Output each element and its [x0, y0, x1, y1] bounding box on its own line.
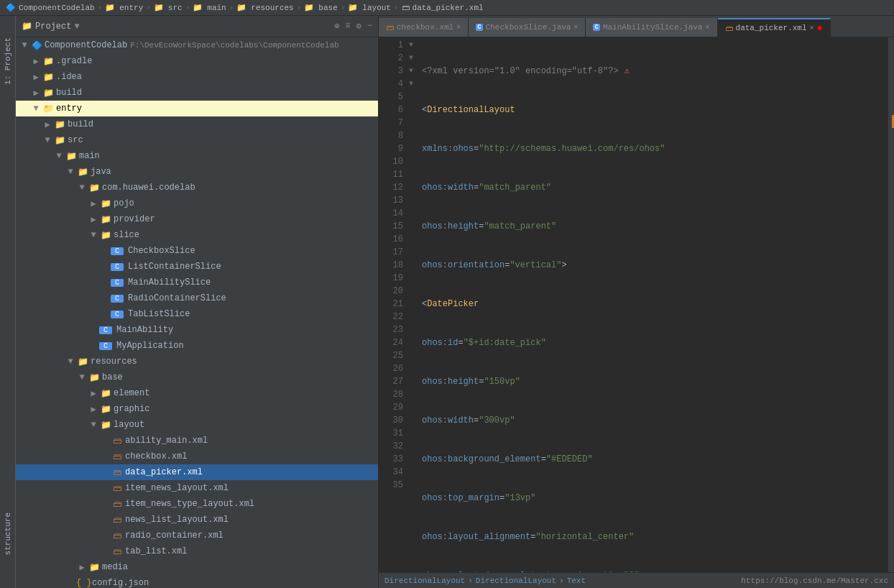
code-line-2: <DirectionalLayout [419, 104, 888, 116]
project-tab[interactable]: 1: Project [2, 33, 14, 89]
sidebar-title: 📁 Project ▼ [22, 21, 80, 32]
breadcrumb-item: layout [362, 4, 391, 12]
xml-icon: 🗃 [111, 451, 124, 462]
java-icon: C [99, 342, 112, 350]
java-icon: C [111, 263, 124, 271]
tab-mainabilityslice[interactable]: C MainAbilitySlice.java × [586, 18, 717, 37]
structure-tab[interactable]: structure [2, 508, 14, 559]
close-tab-checkboxslice[interactable]: × [573, 24, 578, 32]
tree-item-ability-main[interactable]: ▶ 🗃 ability_main.xml [16, 433, 378, 449]
tree-item-base[interactable]: ▼ 📁 base [16, 369, 378, 385]
tree-item-TabListSlice[interactable]: ▶ C TabListSlice [16, 306, 378, 322]
sidebar: 📁 Project ▼ ⊕ ≡ ⚙ − ▼ 🔷 ComponentCodelab [16, 16, 379, 588]
tree-item-build-root[interactable]: ▶ 📁 build [16, 85, 378, 101]
filter-icon[interactable]: ≡ [345, 21, 350, 32]
tree-item-item-news-type[interactable]: ▶ 🗃 item_news_type_layout.xml [16, 496, 378, 512]
title-icon: 🔷 [6, 3, 16, 12]
tree-item-MainAbilitySlice[interactable]: ▶ C MainAbilitySlice [16, 275, 378, 290]
tree-item-pojo[interactable]: ▶ 📁 pojo [16, 196, 378, 211]
java-icon: C [99, 326, 112, 334]
editor-content: 12345 678910 1112131415 1617181920 21222… [379, 37, 894, 572]
sidebar-header: 📁 Project ▼ ⊕ ≡ ⚙ − [16, 16, 378, 37]
breadcrumb-item: base [318, 4, 337, 12]
code-editor[interactable]: <?xml version="1.0" encoding="utf-8"?>⚠ … [419, 37, 888, 572]
tree-item-config[interactable]: ▶ { } config.json [16, 575, 378, 588]
code-line-11: ohos:background_element="#EDEDED" [419, 453, 888, 466]
folder-icon: 📁 [42, 72, 55, 83]
code-line-1: <?xml version="1.0" encoding="utf-8"?>⚠ [419, 65, 888, 78]
tree-item-root[interactable]: ▼ 🔷 ComponentCodelab F:\DevEcoWorkSpace\… [16, 37, 378, 53]
tree-item-ListContainerSlice[interactable]: ▶ C ListContainerSlice [16, 259, 378, 275]
tree-item-gradle[interactable]: ▶ 📁 .gradle [16, 53, 378, 69]
tab-checkbox[interactable]: 🗃 checkbox.xml × [379, 18, 469, 37]
java-tab-icon: C [593, 24, 599, 31]
breadcrumb-item: resources [251, 4, 293, 12]
folder-icon: 📁 [42, 56, 55, 67]
xml-icon: 🗃 [111, 530, 124, 541]
folder-icon: 📁 [99, 420, 112, 431]
sidebar-tree[interactable]: ▼ 🔷 ComponentCodelab F:\DevEcoWorkSpace\… [16, 37, 378, 588]
code-line-10: ohos:width="300vp" [419, 414, 888, 427]
code-line-9: ohos:height="150vp" [419, 375, 888, 388]
tree-item-java[interactable]: ▼ 📁 java [16, 164, 378, 180]
tree-item-item-news[interactable]: ▶ 🗃 item_news_layout.xml [16, 480, 378, 496]
tree-item-src[interactable]: ▼ 📁 src [16, 132, 378, 148]
tree-item-MainAbility[interactable]: ▶ C MainAbility [16, 322, 378, 338]
tree-item-resources[interactable]: ▼ 📁 resources [16, 354, 378, 369]
close-tab-checkbox[interactable]: × [456, 24, 461, 32]
breadcrumb-item: entry [119, 4, 143, 12]
change-indicator [888, 37, 894, 572]
folder-icon: 📁 [76, 357, 89, 367]
add-icon[interactable]: ⊕ [334, 21, 339, 32]
breadcrumb-item: src [168, 4, 183, 12]
xml-icon: 🗃 [111, 515, 124, 525]
folder-icon: 📁 [76, 167, 89, 178]
tree-item-graphic[interactable]: ▶ 📁 graphic [16, 401, 378, 417]
tree-item-entry[interactable]: ▼ 📁 entry [16, 101, 378, 116]
tree-item-slice[interactable]: ▼ 📁 slice [16, 227, 378, 243]
code-line-3: xmlns:ohos="http://schemas.huawei.com/re… [419, 142, 888, 155]
close-icon[interactable]: − [367, 21, 372, 32]
project-icon: 🔷 [30, 40, 43, 51]
tree-item-layout[interactable]: ▼ 📁 layout [16, 417, 378, 433]
code-line-7: <DatePicker [419, 298, 888, 311]
close-tab-mainabilityslice[interactable]: × [706, 24, 710, 32]
folder-icon: 📁 [88, 562, 101, 573]
xml-icon: 🗃 [111, 467, 124, 478]
folder-icon: 📁 [88, 372, 101, 383]
tab-checkboxslice[interactable]: C CheckboxSlice.java × [469, 18, 586, 37]
tree-item-data-picker[interactable]: ▶ 🗃 data_picker.xml [16, 464, 378, 480]
tree-item-provider[interactable]: ▶ 📁 provider [16, 211, 378, 227]
xml-icon: 🗃 [111, 499, 124, 510]
tree-item-RadioContainerSlice[interactable]: ▶ C RadioContainerSlice [16, 290, 378, 306]
tree-item-CheckboxSlice[interactable]: ▶ C CheckboxSlice [16, 243, 378, 259]
folder-icon: 📁 [53, 135, 66, 146]
breadcrumb-item: data_picker.xml [413, 4, 484, 12]
side-panel: 1: Project structure [0, 16, 16, 588]
status-bar: DirectionalLayout › DirectionalLayout › … [379, 572, 894, 588]
tree-item-main[interactable]: ▼ 📁 main [16, 148, 378, 164]
folder-icon: 📁 [42, 88, 55, 98]
tab-datapicker[interactable]: 🗃 data_picker.xml × ● [718, 18, 831, 37]
tree-item-radio-container[interactable]: ▶ 🗃 radio_container.xml [16, 528, 378, 543]
xml-icon: 🗃 [111, 483, 124, 494]
breadcrumb-item: ComponentCodelab [19, 4, 95, 12]
tree-item-checkbox[interactable]: ▶ 🗃 checkbox.xml [16, 449, 378, 464]
tree-item-idea[interactable]: ▶ 📁 .idea [16, 69, 378, 85]
fold-gutter: ▼ ▼ ▼ ▼ [409, 37, 419, 572]
tree-item-news-list[interactable]: ▶ 🗃 news_list_layout.xml [16, 512, 378, 528]
folder-icon: 📁 [99, 230, 112, 241]
tree-item-MyApplication[interactable]: ▶ C MyApplication [16, 338, 378, 354]
settings-icon[interactable]: ⚙ [356, 21, 361, 32]
close-tab-datapicker[interactable]: × [810, 24, 814, 32]
xml-tab-icon: 🗃 [725, 24, 733, 33]
tree-item-media[interactable]: ▶ 📁 media [16, 559, 378, 575]
tree-item-com-huawei[interactable]: ▼ 📁 com.huawei.codelab [16, 180, 378, 196]
code-line-8: ohos:id="$+id:date_pick" [419, 336, 888, 349]
json-icon: { } [76, 578, 89, 588]
code-line-12: ohos:top_margin="13vp" [419, 492, 888, 505]
folder-icon: 📁 [99, 388, 112, 399]
tree-item-entry-build[interactable]: ▶ 📁 build [16, 116, 378, 132]
tree-item-element[interactable]: ▶ 📁 element [16, 385, 378, 401]
tree-item-tab-list[interactable]: ▶ 🗃 tab_list.xml [16, 543, 378, 559]
